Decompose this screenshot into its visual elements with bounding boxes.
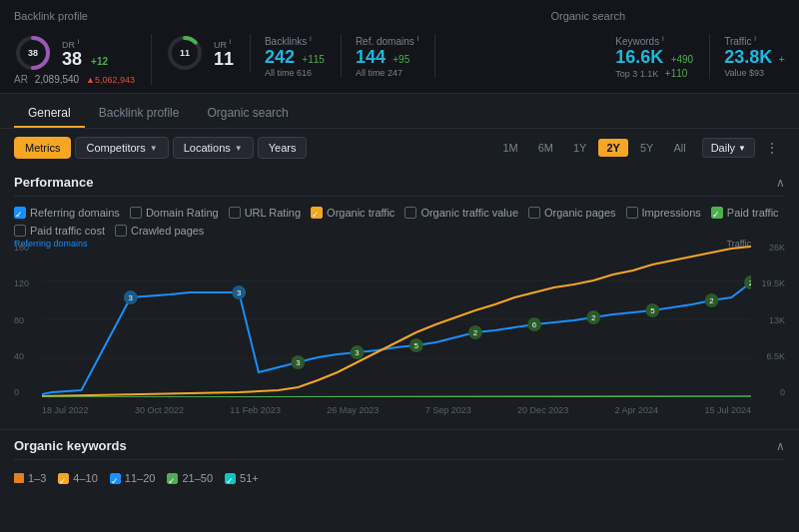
organic-keywords-header: Organic keywords ∧ <box>14 430 785 460</box>
time-1m[interactable]: 1M <box>494 139 525 157</box>
check-domain-rating[interactable]: Domain Rating <box>130 207 219 219</box>
locations-button[interactable]: Locations ▼ <box>173 137 254 159</box>
organic-keywords-title: Organic keywords <box>14 438 127 453</box>
svg-text:2: 2 <box>749 278 751 287</box>
backlinks-delta: +115 <box>302 54 325 65</box>
ref-domains-value: 144 <box>356 47 386 67</box>
legend-51plus: ✓ 51+ <box>225 472 259 484</box>
competitors-button[interactable]: Competitors ▼ <box>75 137 168 159</box>
metrics-button[interactable]: Metrics <box>14 137 71 159</box>
svg-text:2: 2 <box>591 313 596 322</box>
svg-text:2: 2 <box>473 328 478 337</box>
check-impressions[interactable]: Impressions <box>626 207 701 219</box>
dr-value: 38 <box>62 49 82 69</box>
check-organic-pages-box[interactable] <box>528 207 540 219</box>
svg-text:3: 3 <box>129 293 134 302</box>
time-6m[interactable]: 6M <box>530 139 561 157</box>
check-crawled-pages-box[interactable] <box>115 225 127 237</box>
check-paid-traffic-box[interactable]: ✓ <box>711 207 723 219</box>
backlinks-label: Backlinks <box>265 36 307 47</box>
check-organic-traffic-value-box[interactable] <box>404 207 416 219</box>
performance-chevron-icon[interactable]: ∧ <box>776 176 785 190</box>
ref-domains-sub: All time 247 <box>356 68 418 78</box>
legend-1-3: 1–3 <box>14 472 46 484</box>
backlinks-value: 242 <box>265 47 295 67</box>
check-paid-traffic[interactable]: ✓ Paid traffic <box>711 207 779 219</box>
chart-y-axis-left: 160 120 80 40 0 <box>14 243 38 397</box>
keywords-sub-delta: +110 <box>665 68 688 79</box>
filter-right: 1M 6M 1Y 2Y 5Y All Daily ▼ ⋮ <box>494 137 785 159</box>
time-1y[interactable]: 1Y <box>565 139 594 157</box>
performance-section: Performance ∧ ✓ Referring domains Domain… <box>0 167 799 425</box>
daily-button[interactable]: Daily ▼ <box>702 138 755 158</box>
check-url-rating-box[interactable] <box>229 207 241 219</box>
check-paid-traffic-cost[interactable]: Paid traffic cost <box>14 225 105 237</box>
chart-svg-area: 3 3 5 2 6 2 5 2 2 3 <box>42 243 751 397</box>
tab-backlink-profile[interactable]: Backlink profile <box>85 100 194 128</box>
traffic-value: 23.8K <box>724 47 772 67</box>
more-options-button[interactable]: ⋮ <box>759 137 785 159</box>
tabs-bar: General Backlink profile Organic search <box>0 94 799 129</box>
svg-text:6: 6 <box>532 320 537 329</box>
check-referring-domains-box[interactable]: ✓ <box>14 207 26 219</box>
legend-4-10-check[interactable]: ✓ <box>58 473 69 484</box>
svg-text:3: 3 <box>296 358 301 367</box>
check-crawled-pages[interactable]: Crawled pages <box>115 225 204 237</box>
check-organic-traffic[interactable]: ✓ Organic traffic <box>311 207 395 219</box>
backlinks-block: Backlinks i 242 +115 All time 616 <box>265 34 342 78</box>
performance-header: Performance ∧ <box>14 167 785 197</box>
time-all[interactable]: All <box>665 139 693 157</box>
tab-general[interactable]: General <box>14 100 85 128</box>
legend-1-3-color <box>14 473 24 483</box>
ar-label: AR <box>14 74 28 85</box>
check-referring-domains[interactable]: ✓ Referring domains <box>14 207 120 219</box>
svg-text:5: 5 <box>414 341 419 350</box>
backlink-profile-title: Backlink profile <box>14 10 88 22</box>
years-button[interactable]: Years <box>258 137 308 159</box>
ref-domains-block: Ref. domains i 144 +95 All time 247 <box>356 34 435 78</box>
organic-keywords-chevron-icon[interactable]: ∧ <box>776 439 785 453</box>
check-organic-traffic-value[interactable]: Organic traffic value <box>404 207 518 219</box>
legend-51plus-check[interactable]: ✓ <box>225 473 236 484</box>
chart-x-axis: 18 Jul 2022 30 Oct 2022 11 Feb 2023 26 M… <box>42 405 751 415</box>
svg-text:3: 3 <box>237 288 242 297</box>
metrics-row: 38 DR i 38 +12 AR 2,089,540 ▲5,062,943 <box>14 34 785 85</box>
check-organic-pages[interactable]: Organic pages <box>528 207 616 219</box>
ar-delta1: ▲5,062,943 <box>86 75 135 85</box>
checkbox-row-1: ✓ Referring domains Domain Rating URL Ra… <box>14 203 785 223</box>
organic-keywords-section: Organic keywords ∧ 1–3 ✓ 4–10 ✓ 11–20 ✓ … <box>0 429 799 490</box>
svg-text:5: 5 <box>650 306 655 315</box>
keywords-sub: Top 3 1.1K <box>615 69 658 79</box>
keywords-block: Keywords i 16.6K +490 Top 3 1.1K +110 <box>615 34 710 79</box>
locations-arrow-icon: ▼ <box>235 144 243 153</box>
organic-search-title: Organic search <box>550 10 625 22</box>
svg-text:3: 3 <box>355 348 360 357</box>
filter-left: Metrics Competitors ▼ Locations ▼ Years <box>14 137 307 159</box>
check-impressions-box[interactable] <box>626 207 638 219</box>
ar-value1: 2,089,540 <box>35 74 80 85</box>
legend-21-50-check[interactable]: ✓ <box>167 473 178 484</box>
organic-keywords-legend: 1–3 ✓ 4–10 ✓ 11–20 ✓ 21–50 ✓ 51+ <box>14 466 785 484</box>
chart-y-axis-right: 26K 19.5K 13K 6.5K 0 <box>755 243 785 397</box>
competitors-arrow-icon: ▼ <box>150 144 158 153</box>
legend-11-20-check[interactable]: ✓ <box>110 473 121 484</box>
legend-11-20: ✓ 11–20 <box>110 472 156 484</box>
ur-gauge: 11 <box>166 34 204 72</box>
keywords-value: 16.6K <box>615 47 663 67</box>
check-url-rating[interactable]: URL Rating <box>229 207 301 219</box>
keywords-label: Keywords <box>615 36 659 47</box>
tab-organic-search[interactable]: Organic search <box>193 100 302 128</box>
time-2y[interactable]: 2Y <box>598 139 627 157</box>
time-5y[interactable]: 5Y <box>632 139 661 157</box>
dr-block: 38 DR i 38 +12 AR 2,089,540 ▲5,062,943 <box>14 34 152 85</box>
traffic-block: Traffic i 23.8K + Value $93 <box>724 34 785 78</box>
ref-domains-label: Ref. domains <box>356 36 414 47</box>
check-organic-traffic-box[interactable]: ✓ <box>311 207 323 219</box>
check-paid-traffic-cost-box[interactable] <box>14 225 26 237</box>
performance-chart: Referring domains Traffic 160 120 80 40 … <box>14 243 785 417</box>
daily-arrow-icon: ▼ <box>738 144 746 153</box>
check-domain-rating-box[interactable] <box>130 207 142 219</box>
traffic-sub: Value $93 <box>724 68 785 78</box>
legend-4-10: ✓ 4–10 <box>58 472 97 484</box>
ur-block: 11 UR i 11 <box>166 34 251 72</box>
